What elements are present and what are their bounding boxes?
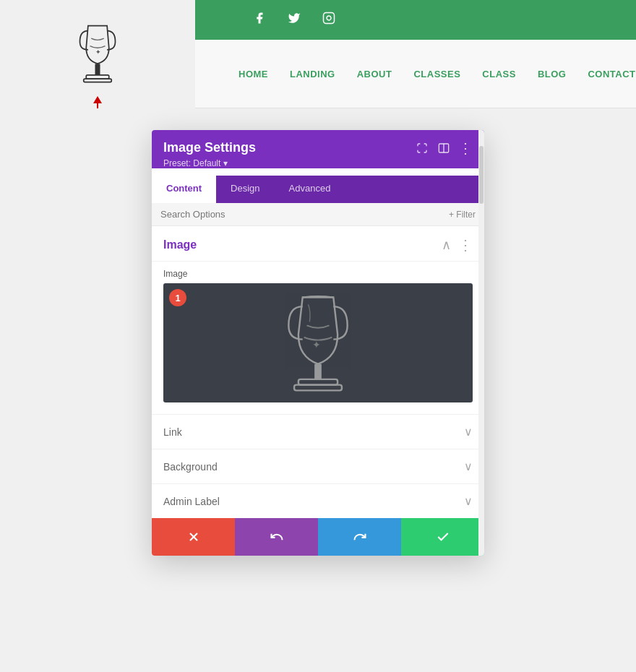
search-bar: + Filter — [152, 203, 484, 226]
accordion-link[interactable]: Link ∨ — [152, 414, 484, 449]
nav-bar: HOME LANDING ABOUT CLASSES CLASS BLOG CO… — [195, 40, 636, 108]
tab-advanced[interactable]: Advanced — [275, 176, 345, 203]
section-title: Image — [163, 238, 197, 251]
chevron-down-admin-icon: ∨ — [464, 494, 473, 508]
cancel-button[interactable] — [152, 518, 235, 556]
header-right: HOME LANDING ABOUT CLASSES CLASS BLOG CO… — [195, 0, 636, 108]
scroll-thumb[interactable] — [479, 146, 484, 204]
action-bar — [152, 518, 484, 556]
social-bar — [195, 0, 636, 40]
panel-title: Image Settings — [163, 140, 256, 155]
confirm-button[interactable] — [401, 518, 484, 556]
chevron-down-background-icon: ∨ — [464, 460, 473, 473]
main-content: Image Settings ⋮ Preset: Default ▾ Conte… — [0, 108, 636, 672]
image-preview[interactable]: ✦ — [163, 283, 473, 402]
scroll-track[interactable] — [478, 130, 484, 556]
search-input[interactable] — [160, 209, 449, 220]
header-logo-area: ✦ — [0, 0, 195, 108]
chevron-down-link-icon: ∨ — [464, 425, 473, 439]
section-header-controls: ∧ ⋮ — [442, 236, 473, 254]
svg-rect-0 — [95, 64, 100, 75]
fullscreen-icon[interactable] — [415, 141, 429, 155]
redo-button[interactable] — [318, 518, 401, 556]
twitter-icon[interactable] — [288, 12, 301, 28]
svg-text:✦: ✦ — [312, 340, 321, 350]
panel-header-icons: ⋮ — [415, 141, 473, 155]
panel-body: + Filter Image ∧ ⋮ Image 1 — [152, 203, 484, 518]
svg-rect-10 — [294, 385, 342, 391]
instagram-icon[interactable] — [322, 12, 335, 28]
tab-content[interactable]: Content — [152, 176, 216, 203]
nav-item-landing[interactable]: LANDING — [290, 69, 335, 79]
accordion-background-label: Background — [163, 461, 218, 473]
section-more-icon[interactable]: ⋮ — [458, 236, 473, 254]
facebook-icon[interactable] — [253, 12, 266, 28]
nav-item-home[interactable]: HOME — [239, 69, 268, 79]
accordion-admin-label[interactable]: Admin Label ∨ — [152, 483, 484, 518]
image-field-label: Image — [152, 262, 484, 283]
nav-item-contact[interactable]: CONTACT — [588, 69, 635, 79]
section-header: Image ∧ ⋮ — [152, 226, 484, 262]
image-section: Image ∧ ⋮ Image 1 — [152, 226, 484, 402]
accordion-background[interactable]: Background ∨ — [152, 449, 484, 483]
header: ✦ HOME LANDING ABOUT CLASSES — [0, 0, 636, 108]
svg-text:✦: ✦ — [95, 48, 101, 56]
collapse-section-icon[interactable]: ∧ — [442, 237, 451, 253]
trophy-logo-icon: ✦ — [72, 18, 123, 90]
accordion-admin-label-label: Admin Label — [163, 496, 220, 507]
nav-item-blog[interactable]: BLOG — [538, 69, 567, 79]
split-view-icon[interactable] — [437, 141, 451, 155]
logo: ✦ — [72, 18, 123, 90]
panel-header-top: Image Settings ⋮ — [163, 140, 473, 155]
tab-design[interactable]: Design — [216, 176, 274, 203]
preset-label[interactable]: Preset: Default ▾ — [163, 158, 473, 168]
image-badge: 1 — [169, 289, 186, 306]
nav-item-about[interactable]: ABOUT — [357, 69, 392, 79]
accordion-link-label: Link — [163, 426, 182, 438]
preview-trophy-icon: ✦ — [267, 287, 369, 399]
nav-item-class[interactable]: CLASS — [482, 69, 516, 79]
filter-button[interactable]: + Filter — [449, 210, 476, 220]
image-preview-container: 1 — [163, 283, 473, 402]
nav-item-classes[interactable]: CLASSES — [413, 69, 460, 79]
settings-panel: Image Settings ⋮ Preset: Default ▾ Conte… — [152, 130, 484, 556]
panel-tabs: Content Design Advanced — [152, 176, 484, 203]
svg-rect-2 — [84, 79, 112, 82]
more-options-icon[interactable]: ⋮ — [458, 141, 473, 155]
undo-button[interactable] — [235, 518, 318, 556]
svg-rect-8 — [314, 364, 322, 379]
svg-rect-4 — [324, 13, 335, 24]
panel-header: Image Settings ⋮ Preset: Default ▾ — [152, 130, 484, 168]
